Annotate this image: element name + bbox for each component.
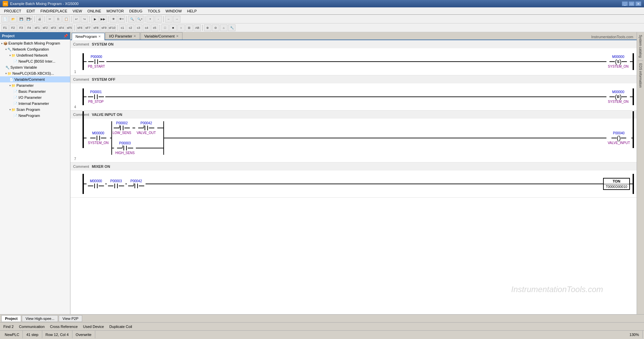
menu-window[interactable]: WINDOW [163, 8, 184, 14]
sidebar-item-root[interactable]: ▸ 📦 Example Batch Mixing Program [0, 40, 70, 46]
menu-online[interactable]: ONLINE [85, 8, 104, 14]
compile-btn[interactable]: ▶ [91, 16, 99, 22]
sF6-btn[interactable]: sF6 [76, 24, 84, 31]
find-item-useddev[interactable]: Used Device [81, 325, 106, 329]
sf2-btn[interactable]: sF2 [42, 24, 49, 31]
replace-btn[interactable]: 🔍+ [136, 16, 144, 22]
menu-edit[interactable]: EDIT [24, 8, 38, 14]
wrench-btn[interactable]: 🔧 [228, 24, 235, 31]
maximize-button[interactable]: □ [629, 1, 635, 6]
sidebar-pin-icon[interactable]: 📌 [63, 34, 68, 38]
menu-monitor[interactable]: MONITOR [104, 8, 127, 14]
sF7-btn[interactable]: sF7 [84, 24, 92, 31]
c1-btn[interactable]: c1 [119, 24, 126, 31]
f2-btn[interactable]: F2 [9, 24, 17, 31]
home-btn[interactable]: ⌂ [220, 24, 227, 31]
sidebar-item-undefined-net[interactable]: ▾ 📁 Undefined Network [0, 52, 70, 58]
new-btn[interactable]: 📄 [1, 16, 9, 22]
circle-btn[interactable]: ○ [177, 24, 185, 31]
print-btn[interactable]: 🖨 [36, 16, 43, 22]
c2-btn[interactable]: c2 [127, 24, 134, 31]
expand-icon-unet: ▾ [9, 54, 11, 57]
tab-newprogram[interactable]: NewProgram ✕ [72, 33, 105, 40]
menu-debug[interactable]: DEBUG [126, 8, 145, 14]
editor-area[interactable]: InstrumentationTools.com Comment SYSTEM … [70, 40, 637, 314]
tab-varcomment[interactable]: Variable/Comment ✕ [141, 32, 182, 40]
cut-btn[interactable]: ✂ [46, 16, 54, 22]
open-btn[interactable]: 📂 [9, 16, 17, 22]
contact-p00003-b-addr: P00003 [110, 179, 122, 183]
ladder-scroll[interactable]: InstrumentationTools.com Comment SYSTEM … [70, 40, 637, 314]
sidebar-item-scanprog[interactable]: ▾ 📁 Scan Program [0, 107, 70, 113]
ab-btn[interactable]: AB [194, 24, 201, 31]
c4-btn[interactable]: c4 [143, 24, 150, 31]
bottom-tab-highspee[interactable]: View High-spee... [22, 315, 58, 322]
zoom-out-btn[interactable]: - [155, 16, 162, 22]
bottom-tab-p2p[interactable]: View P2P [59, 315, 82, 322]
sF8-btn[interactable]: sF8 [92, 24, 100, 31]
sidebar-item-ioparam[interactable]: 📄 I/O Parameter [0, 94, 70, 100]
grid-btn[interactable]: ⊞ [185, 24, 193, 31]
monitor-all-btn[interactable]: 👁+ [118, 16, 125, 22]
find-item-comm[interactable]: Communication [17, 325, 47, 329]
title-bar-text: Example Batch Mixing Program - XG5000 [10, 2, 78, 6]
sidebar-label-ioparam: I/O Parameter [18, 95, 42, 99]
f3-btn[interactable]: F3 [17, 24, 25, 31]
sidebar-item-sysvar[interactable]: 🔧 System Variable [0, 64, 70, 70]
arrow-left-btn[interactable]: ← [165, 16, 172, 22]
line-7b [164, 138, 606, 138]
box2-btn[interactable]: ■ [169, 24, 177, 31]
f4-btn[interactable]: F4 [25, 24, 33, 31]
sidebar-item-intparam[interactable]: 📄 Internal Parameter [0, 100, 70, 107]
sf3-btn[interactable]: sF3 [50, 24, 57, 31]
compile-all-btn[interactable]: ▶▶ [99, 16, 107, 22]
menu-view[interactable]: VIEW [70, 8, 85, 14]
right-panel-tab-eds[interactable]: EDS information [638, 61, 643, 90]
save-btn[interactable]: 💾 [17, 16, 25, 22]
arrow-right-btn[interactable]: → [173, 16, 180, 22]
save-all-btn[interactable]: 💾+ [25, 16, 33, 22]
expand-icon-param: ▾ [9, 84, 11, 87]
find-item-find2[interactable]: Find 2 [1, 325, 16, 329]
paste-btn[interactable]: 📋 [62, 16, 70, 22]
tab-ioparam-close[interactable]: ✕ [133, 35, 136, 38]
zoom-m-btn[interactable]: ⊖ [212, 24, 219, 31]
c3-btn[interactable]: c3 [135, 24, 142, 31]
sidebar-item-varcomment[interactable]: 📄 Variable/Comment [0, 76, 70, 82]
menu-find-replace[interactable]: FIND/REPLACE [38, 8, 70, 14]
zoom-p-btn[interactable]: ⊕ [204, 24, 211, 31]
menu-tools[interactable]: TOOLS [145, 8, 163, 14]
sidebar-item-newprog[interactable]: 📄 NewProgram [0, 113, 70, 119]
sidebar-item-netconfig[interactable]: ▾ 🔧 Network Configuration [0, 46, 70, 52]
f1-btn[interactable]: F1 [1, 24, 9, 31]
sidebar-item-newplc-xgb[interactable]: ▾ 📁 NewPLC(XGB-XBCXS)... [0, 70, 70, 76]
find-item-crossref[interactable]: Cross Reference [48, 325, 80, 329]
right-panel-tab-syscatalog[interactable]: System catalog [638, 32, 643, 61]
tab-ioparam[interactable]: I/O Parameter ✕ [105, 32, 140, 40]
copy-btn[interactable]: ⎘ [54, 16, 62, 22]
find-btn[interactable]: 🔍 [128, 16, 136, 22]
sF9-btn[interactable]: sF9 [100, 24, 108, 31]
minimize-button[interactable]: _ [622, 1, 628, 6]
zoom-in-btn[interactable]: + [147, 16, 154, 22]
close-button[interactable]: ✕ [635, 1, 641, 6]
tab-varcomment-close[interactable]: ✕ [176, 35, 179, 38]
tab-newprogram-close[interactable]: ✕ [98, 35, 101, 38]
sep-t2-4 [202, 25, 203, 31]
bottom-tab-project[interactable]: Project [1, 315, 21, 322]
find-item-dupcoil[interactable]: Duplicate Coil [107, 325, 134, 329]
sf5-btn[interactable]: sF5 [66, 24, 73, 31]
sidebar-item-basicparam[interactable]: 📄 Basic Parameter [0, 88, 70, 94]
monitor-btn[interactable]: 👁 [110, 16, 117, 22]
sf1-btn[interactable]: sF1 [34, 24, 41, 31]
redo-btn[interactable]: ↪ [81, 16, 88, 22]
undo-btn[interactable]: ↩ [73, 16, 80, 22]
menu-help[interactable]: HELP [184, 8, 200, 14]
sidebar-item-newplc[interactable]: 📄 NewPLC [B0S0 Inter... [0, 58, 70, 64]
sidebar-item-param[interactable]: ▾ 📁 Parameter [0, 82, 70, 88]
sf4-btn[interactable]: sF4 [58, 24, 65, 31]
box-btn[interactable]: □ [161, 24, 169, 31]
c5-btn[interactable]: c5 [151, 24, 158, 31]
sF10-btn[interactable]: sF10 [108, 24, 116, 31]
menu-project[interactable]: PROJECT [1, 8, 24, 14]
